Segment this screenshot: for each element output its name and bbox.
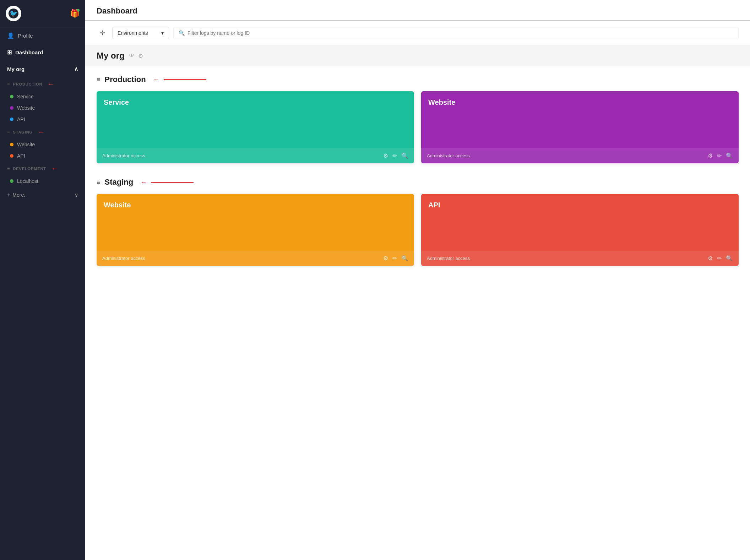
edit-icon[interactable]: ✏ [717,255,722,262]
search-icon[interactable]: 🔍 [401,152,408,159]
api-staging-icons: ⚙ ✏ 🔍 [708,255,733,262]
api-staging-card-body: API [421,194,739,251]
search-icon[interactable]: 🔍 [401,255,408,262]
edit-icon[interactable]: ✏ [717,152,722,159]
sidebar-item-dashboard[interactable]: ⊞ Dashboard [0,44,85,61]
sidebar-item-label: Dashboard [15,49,43,55]
development-arrow: ← [51,164,59,173]
org-title: My org [97,51,125,61]
chevron-down-icon: ▾ [161,30,164,36]
website-staging-card-name: Website [104,201,131,209]
filter-input[interactable] [188,30,733,36]
website-staging-access: Administrator access [102,256,145,261]
sidebar-env-production: ≡ PRODUCTION ← [0,77,85,91]
sidebar-env-staging: ≡ STAGING ← [0,125,85,139]
sidebar-item-api[interactable]: API [0,114,85,125]
settings-icon[interactable]: ⚙ [383,255,388,262]
filter-bar: 🔍 [173,27,739,39]
sidebar-more[interactable]: + More.. ∨ [0,187,85,203]
api-card-staging[interactable]: API Administrator access ⚙ ✏ 🔍 [421,194,739,266]
dot-green-dev [10,179,13,183]
staging-header: ≡ Staging ← [97,178,739,187]
service-card-name: Service [104,98,129,107]
page-title: Dashboard [97,6,739,21]
eye-icon[interactable]: 👁 [129,53,135,59]
service-card-icons: ⚙ ✏ 🔍 [383,152,408,159]
sidebar-org-header[interactable]: My org ∧ [0,61,85,77]
toolbar: ✛ Environments ▾ 🔍 [85,21,750,45]
svg-text:🐦: 🐦 [10,10,18,17]
service-card-body: Service [97,91,414,148]
service-card-footer: Administrator access ⚙ ✏ 🔍 [97,148,414,163]
edit-icon[interactable]: ✏ [392,152,397,159]
sidebar-item-service[interactable]: Service [0,91,85,102]
notification-bell[interactable]: 🎁 [70,9,80,18]
service-card-production[interactable]: Service Administrator access ⚙ ✏ 🔍 [97,91,414,163]
sidebar-item-label: Profile [18,33,33,39]
website-card-access: Administrator access [427,153,470,158]
api-staging-card-name: API [428,201,440,209]
dashboard-icon: ⊞ [7,49,12,56]
staging-arrow-line [151,182,194,183]
plus-icon: + [7,192,10,198]
sidebar-header: 🐦 🎁 [0,0,85,27]
main-content: Dashboard ✛ Environments ▾ 🔍 My org 👁 ⚙ … [85,0,750,560]
settings-icon[interactable]: ⚙ [383,152,388,159]
sidebar-item-api-staging[interactable]: API [0,150,85,162]
org-label: My org [7,66,25,72]
settings-icon[interactable]: ⚙ [708,255,713,262]
search-icon: 🔍 [179,30,185,36]
app-logo[interactable]: 🐦 [6,6,21,21]
grid-icon-dev: ≡ [7,166,10,171]
settings-icon[interactable]: ⚙ [708,152,713,159]
sidebar-item-website[interactable]: Website [0,102,85,114]
move-button[interactable]: ✛ [97,27,108,39]
dot-orange [10,154,13,158]
website-card-icons: ⚙ ✏ 🔍 [708,152,733,159]
dot-blue [10,118,13,121]
api-staging-card-footer: Administrator access ⚙ ✏ 🔍 [421,251,739,266]
staging-group-icon: ≡ [97,179,100,186]
sidebar: 🐦 🎁 👤 Profile ⊞ Dashboard My org ∧ ≡ PRO… [0,0,85,560]
production-arrow: ← [47,80,55,88]
page-header: Dashboard [85,0,750,21]
production-header: ≡ Production ← [97,75,739,84]
settings-icon[interactable]: ⚙ [138,53,143,59]
dot-purple [10,106,13,110]
chevron-up-icon: ∧ [74,66,78,72]
profile-icon: 👤 [7,32,14,39]
sidebar-item-website-staging[interactable]: Website [0,139,85,150]
search-icon[interactable]: 🔍 [726,255,733,262]
production-cards: Service Administrator access ⚙ ✏ 🔍 W [97,91,739,163]
staging-cards: Website Administrator access ⚙ ✏ 🔍 A [97,194,739,266]
sidebar-item-localhost[interactable]: Localhost [0,175,85,187]
edit-icon[interactable]: ✏ [392,255,397,262]
environments-dropdown[interactable]: Environments ▾ [112,27,169,39]
service-card-access: Administrator access [102,153,145,158]
production-arrow-line [164,79,206,80]
production-title: Production [105,75,146,84]
search-icon[interactable]: 🔍 [726,152,733,159]
website-staging-card-footer: Administrator access ⚙ ✏ 🔍 [97,251,414,266]
sidebar-env-development: ≡ DEVELOPMENT ← [0,162,85,175]
sidebar-item-profile[interactable]: 👤 Profile [0,27,85,44]
chevron-down-icon: ∨ [75,192,78,198]
staging-group: ≡ Staging ← Website Administrator access… [97,178,739,266]
dot-yellow [10,143,13,146]
website-card-production[interactable]: Website Administrator access ⚙ ✏ 🔍 [421,91,739,163]
dot-green [10,95,13,98]
staging-arrow-main: ← [140,179,147,186]
notification-dot [77,9,80,12]
org-icon-group: 👁 ⚙ [129,53,143,59]
staging-arrow: ← [38,128,45,136]
staging-title: Staging [105,178,134,187]
website-staging-icons: ⚙ ✏ 🔍 [383,255,408,262]
website-staging-card-body: Website [97,194,414,251]
production-group: ≡ Production ← Service Administrator acc… [97,75,739,163]
website-card-footer: Administrator access ⚙ ✏ 🔍 [421,148,739,163]
website-card-staging[interactable]: Website Administrator access ⚙ ✏ 🔍 [97,194,414,266]
grid-icon-staging: ≡ [7,129,10,135]
production-group-icon: ≡ [97,76,100,83]
website-card-name: Website [428,98,455,107]
api-staging-access: Administrator access [427,256,470,261]
